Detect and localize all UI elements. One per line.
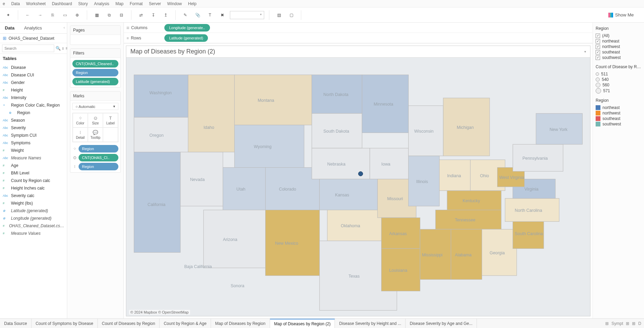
text-button[interactable]: T <box>205 10 215 20</box>
pages-body[interactable] <box>70 35 120 45</box>
marks-pill-row[interactable]: ⁘Region <box>72 145 118 153</box>
checkbox-icon[interactable]: ✓ <box>596 45 600 49</box>
field-item[interactable]: ⊕Latitude (generated) <box>0 207 67 215</box>
new-datasource-button[interactable]: ▭ <box>60 10 70 20</box>
presentation-button[interactable]: ▢ <box>286 10 296 20</box>
sheet-tab[interactable]: Map of Diseases by Region (2) <box>270 319 335 328</box>
field-item[interactable]: ⊕Region <box>0 109 67 117</box>
viz-title[interactable]: Map of Diseases by Region (2) <box>130 48 215 55</box>
pin-button[interactable]: ✖ <box>218 10 227 20</box>
new-story-small-icon[interactable]: ⊞ <box>632 321 635 326</box>
new-dashboard-button[interactable]: ▦ <box>92 10 102 20</box>
filter-icon[interactable]: ⫾ <box>62 46 64 51</box>
filter-pill[interactable]: Latitude (generated) <box>72 78 118 85</box>
marks-label-button[interactable]: TLabel <box>103 113 118 127</box>
show-me-button[interactable]: Show Me <box>608 12 641 17</box>
field-item[interactable]: ⊕Longitude (generated) <box>0 215 67 222</box>
menu-item[interactable]: Dashboard <box>52 1 72 6</box>
clear-button[interactable]: ⊟ <box>117 10 126 20</box>
map-canvas[interactable]: Washington Oregon California Nevada Idah… <box>126 58 590 316</box>
count-legend-item[interactable]: 571 <box>596 88 641 94</box>
count-legend-item[interactable]: 511 <box>596 71 641 77</box>
trailing-sheet[interactable]: Sympt <box>611 321 623 326</box>
sheet-tab[interactable]: Disease Severity by Height and ... <box>335 319 406 328</box>
search-input[interactable] <box>2 45 54 52</box>
new-worksheet-button[interactable]: ⊕ <box>72 10 82 20</box>
collapse-icon[interactable]: ‹ <box>63 25 65 29</box>
region-filter-item[interactable]: ✓southeast <box>596 49 641 55</box>
new-dashboard-icon[interactable]: ⊞ <box>626 321 629 326</box>
menu-item[interactable]: Data <box>11 1 20 6</box>
checkbox-icon[interactable]: ✓ <box>596 56 600 60</box>
marks-size-button[interactable]: ⊙Size <box>88 113 103 127</box>
sheet-tab[interactable]: Disease Severity by Age and Ge... <box>406 319 477 328</box>
marks-pill[interactable]: Region <box>79 163 118 170</box>
menu-item[interactable]: e <box>3 1 5 6</box>
rows-shelf[interactable]: ≡Rows Latitude (generated) <box>124 33 593 43</box>
search-icon[interactable]: 🔍 <box>56 46 61 51</box>
menu-item[interactable]: Help <box>188 1 197 6</box>
region-color-item[interactable]: southeast <box>596 116 641 121</box>
tab-data[interactable]: Data <box>0 23 19 33</box>
highlight-button[interactable]: ✎ <box>180 10 190 20</box>
field-item[interactable]: AbcSeverity calc <box>0 192 67 199</box>
region-filter-item[interactable]: ✓southwest <box>596 55 641 60</box>
menu-item[interactable]: Format <box>130 1 143 6</box>
field-item[interactable]: #OHAS_Cleaned_Dataset.cs… <box>0 222 67 230</box>
region-color-item[interactable]: southwest <box>596 121 641 127</box>
swap-button[interactable]: ⇄ <box>136 10 146 20</box>
count-legend-item[interactable]: 540 <box>596 77 641 82</box>
overflow-icon[interactable]: D <box>638 321 641 326</box>
data-source-tab[interactable]: Data Source <box>0 319 32 328</box>
field-item[interactable]: AbcDisease <box>0 64 67 71</box>
field-item[interactable]: AbcMeasure Names <box>0 154 67 162</box>
duplicate-button[interactable]: ⧉ <box>104 10 114 20</box>
marks-pill[interactable]: CNT(OHAS_Cl.. <box>79 154 118 161</box>
marks-pill-row[interactable]: ⁝Region <box>72 163 118 170</box>
region-filter-item[interactable]: ✓(All) <box>596 33 641 38</box>
region-filter-item[interactable]: ✓northeast <box>596 38 641 44</box>
field-item[interactable]: #BMI Level <box>0 169 67 177</box>
checkbox-icon[interactable]: ✓ <box>596 34 600 38</box>
checkbox-icon[interactable]: ✓ <box>596 39 600 44</box>
field-item[interactable]: AbcSymptoms <box>0 139 67 147</box>
filters-body[interactable]: CNT(OHAS_Cleaned..RegionLatitude (genera… <box>70 58 120 87</box>
menu-item[interactable]: Window <box>167 1 182 6</box>
fit-dropdown[interactable] <box>230 11 264 19</box>
field-item[interactable]: #Measure Values <box>0 230 67 237</box>
field-item[interactable]: #Height Inches calc <box>0 184 67 192</box>
tab-analytics[interactable]: Analytics <box>19 23 47 33</box>
field-item[interactable]: AbcDisease CUI <box>0 71 67 79</box>
field-item[interactable]: AbcSeason <box>0 117 67 124</box>
sheet-tab[interactable]: Count of Symptoms by Disease <box>32 319 98 328</box>
region-color-item[interactable]: northwest <box>596 110 641 116</box>
marks-tooltip-button[interactable]: 💬Tooltip <box>88 127 103 142</box>
rows-pill[interactable]: Latitude (generated) <box>164 34 208 42</box>
columns-pill[interactable]: Longitude (generate.. <box>164 24 210 32</box>
field-item[interactable]: AbcSymptom CUI <box>0 132 67 139</box>
marks-color-button[interactable]: ⁘Color <box>73 113 88 127</box>
checkbox-icon[interactable]: ✓ <box>596 50 600 54</box>
tableau-logo-icon[interactable]: ✦ <box>3 10 13 20</box>
filter-pill[interactable]: Region <box>72 69 118 76</box>
field-item[interactable]: #Age <box>0 162 67 169</box>
sheet-tab[interactable]: Count of Diseases by Region <box>98 319 160 328</box>
region-color-item[interactable]: northeast <box>596 105 641 110</box>
field-item[interactable]: #Weight <box>0 147 67 154</box>
menu-item[interactable]: Map <box>116 1 124 6</box>
new-worksheet-icon[interactable]: ⊞ <box>605 321 609 326</box>
field-item[interactable]: ⚬Region Color Calc, Region <box>0 101 67 109</box>
columns-shelf[interactable]: iiiColumns Longitude (generate.. <box>124 23 593 33</box>
cards-button[interactable]: ▤ <box>274 10 284 20</box>
datasource-row[interactable]: ⊞ OHAS_Cleaned_Dataset <box>0 34 67 43</box>
count-legend-item[interactable]: 560 <box>596 82 641 88</box>
menu-item[interactable]: Worksheet <box>26 1 46 6</box>
title-dropdown-icon[interactable]: ▾ <box>584 50 586 53</box>
marks-pill[interactable]: Region <box>79 145 118 153</box>
filter-pill[interactable]: CNT(OHAS_Cleaned.. <box>72 60 118 68</box>
field-item[interactable]: #Count by Region calc <box>0 177 67 184</box>
field-item[interactable]: #Height <box>0 86 67 94</box>
back-button[interactable]: ← <box>23 10 33 20</box>
marks-type-dropdown[interactable]: ○ Automatic▾ <box>72 103 118 110</box>
sheet-tab[interactable]: Count by Region & Age <box>160 319 211 328</box>
